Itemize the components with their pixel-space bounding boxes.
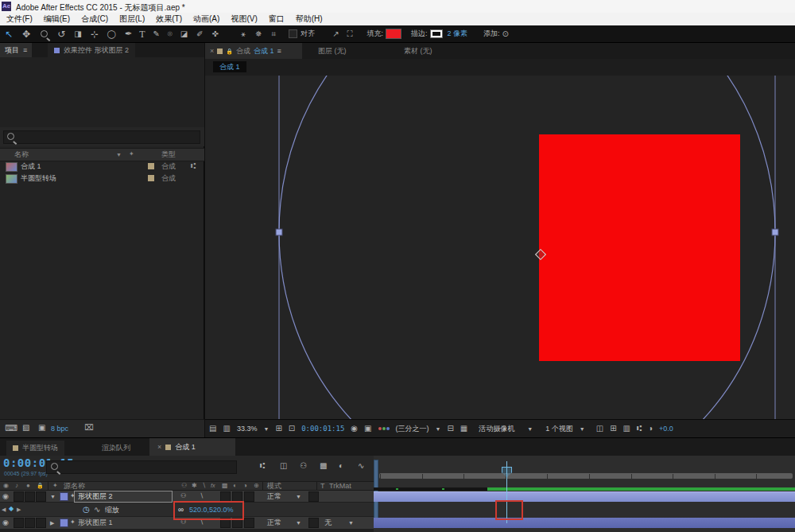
- exposure-value[interactable]: +0.0: [659, 425, 673, 433]
- joint-tool-c-icon[interactable]: ⌗: [271, 30, 276, 38]
- breadcrumb[interactable]: 合成 1: [213, 61, 246, 72]
- tab-footage[interactable]: 素材 (无): [404, 48, 432, 55]
- zoom-dropdown-icon[interactable]: ▼: [263, 426, 269, 432]
- t-header[interactable]: T: [320, 483, 325, 490]
- col-name-header[interactable]: 名称: [14, 151, 29, 158]
- new-folder-icon[interactable]: ▧: [22, 424, 29, 432]
- safe-margins-icon[interactable]: ⊞: [275, 425, 281, 433]
- audio-toggle[interactable]: [14, 491, 24, 502]
- expand-arrow[interactable]: ▼: [50, 494, 56, 499]
- resolution-dropdown-icon[interactable]: ▼: [436, 426, 441, 432]
- menu-file[interactable]: 文件(F): [6, 14, 33, 25]
- project-item-name[interactable]: 合成 1: [21, 163, 41, 170]
- pixel-aspect-icon[interactable]: ⊞: [610, 425, 616, 433]
- fill-swatch[interactable]: [386, 29, 401, 39]
- expand-arrow[interactable]: ▶: [50, 520, 54, 526]
- roto-brush-tool-icon[interactable]: ✐: [196, 30, 203, 38]
- menu-animation[interactable]: 动画(A): [193, 14, 219, 25]
- exposure-reset-icon[interactable]: ◑: [648, 425, 653, 433]
- camera-dropdown-icon[interactable]: ▼: [527, 426, 533, 432]
- stopwatch-icon[interactable]: ◷: [83, 506, 90, 514]
- trkmat-header[interactable]: TrkMat: [329, 483, 351, 490]
- col-type-header[interactable]: 类型: [161, 151, 176, 158]
- layer-color-chip[interactable]: [60, 518, 68, 527]
- hide-shy-icon[interactable]: ⚇: [300, 462, 307, 470]
- tag-column-icon[interactable]: ✦: [129, 151, 134, 157]
- share-view-icon[interactable]: ◫: [596, 425, 603, 433]
- rotation-tool-icon[interactable]: ↺: [57, 29, 65, 39]
- clone-stamp-tool-icon[interactable]: ⌾: [168, 30, 173, 38]
- trkmat-box[interactable]: [308, 491, 319, 502]
- trkmat-dropdown-icon[interactable]: ▼: [348, 520, 354, 526]
- stroke-width-value[interactable]: 2 像素: [448, 30, 468, 37]
- tab-render-queue[interactable]: 渲染队列: [97, 441, 135, 456]
- menu-effect[interactable]: 效果(T): [156, 14, 182, 25]
- mode-dropdown-icon[interactable]: ▼: [296, 520, 301, 526]
- project-search-input[interactable]: [3, 130, 200, 144]
- switch-box[interactable]: [244, 518, 254, 528]
- layer-bar-shape2[interactable]: [374, 491, 795, 502]
- main-display-icon[interactable]: ▥: [223, 425, 230, 433]
- prev-keyframe-button[interactable]: ◀: [2, 507, 6, 512]
- snapshot-icon[interactable]: ◉: [351, 425, 358, 433]
- menu-window[interactable]: 窗口: [269, 14, 285, 25]
- region-icon[interactable]: ⊟: [447, 425, 453, 433]
- project-item-label-chip[interactable]: [148, 163, 154, 169]
- stroke-label[interactable]: 描边:: [411, 30, 428, 37]
- add-target-icon[interactable]: ⊙: [502, 30, 509, 38]
- mode-dropdown-icon[interactable]: ▼: [296, 494, 301, 499]
- view-count-value[interactable]: 1 个视图: [545, 425, 573, 433]
- quality-toggle[interactable]: ∖: [200, 519, 204, 526]
- solo-toggle[interactable]: [25, 518, 35, 528]
- ruler-ticks[interactable]: [380, 474, 793, 479]
- trkmat-box[interactable]: [308, 518, 319, 528]
- next-keyframe-button[interactable]: ▶: [17, 507, 21, 512]
- menu-view[interactable]: 视图(V): [231, 14, 257, 25]
- blend-mode-select[interactable]: 正常: [267, 519, 281, 526]
- align-checkbox[interactable]: [289, 29, 297, 38]
- motion-blur-master-icon[interactable]: ◐: [339, 462, 343, 470]
- viewer-canvas[interactable]: [205, 76, 795, 419]
- bpc-button[interactable]: 8 bpc: [51, 425, 68, 433]
- fast-preview-icon[interactable]: ▥: [623, 425, 630, 433]
- switch-box[interactable]: [244, 491, 254, 502]
- tab-effect-controls[interactable]: 效果控件 形状图层 2: [48, 43, 135, 57]
- project-item-name[interactable]: 半圆型转场: [21, 175, 56, 182]
- lock-toggle[interactable]: [36, 491, 46, 502]
- project-item-label-chip[interactable]: [148, 175, 154, 181]
- new-comp-icon[interactable]: ▣: [38, 424, 45, 432]
- selection-tool-icon[interactable]: ↖: [5, 29, 13, 39]
- pen-tool-icon[interactable]: ✒: [125, 29, 132, 38]
- flowchart-icon[interactable]: ⑆: [191, 162, 196, 170]
- project-row-comp1[interactable]: 合成 1 合成 ⑆: [0, 161, 204, 173]
- menu-help[interactable]: 帮助(H): [296, 14, 323, 25]
- views-dropdown-icon[interactable]: ▼: [580, 426, 585, 432]
- lock-icon[interactable]: 🔒: [226, 49, 233, 54]
- mini-flowchart-icon[interactable]: ⑆: [260, 462, 265, 470]
- timeline-button-icon[interactable]: ⑆: [637, 425, 642, 433]
- menu-edit[interactable]: 编辑(E): [44, 14, 70, 25]
- timeline-search-input[interactable]: [46, 460, 237, 474]
- layer-color-chip[interactable]: [60, 492, 68, 501]
- viewer-timecode[interactable]: 0:00:01:15: [301, 425, 344, 433]
- shy-toggle[interactable]: ⚇: [180, 493, 186, 499]
- tab-project[interactable]: 项目 ≡: [0, 43, 32, 57]
- show-snapshot-icon[interactable]: ▣: [364, 425, 371, 433]
- tab-layer[interactable]: 图层 (无): [318, 48, 347, 55]
- sort-arrow-icon[interactable]: ▼: [116, 152, 122, 157]
- layer-name[interactable]: 形状图层 2: [78, 493, 113, 500]
- audio-toggle[interactable]: [14, 518, 24, 528]
- trkmat-select[interactable]: 无: [324, 519, 332, 526]
- close-icon[interactable]: ×: [157, 444, 161, 451]
- type-tool-icon[interactable]: T: [139, 29, 145, 39]
- pan-behind-tool-icon[interactable]: ⊹: [91, 29, 99, 39]
- menu-composition[interactable]: 合成(C): [81, 14, 108, 25]
- close-icon[interactable]: ×: [210, 48, 214, 55]
- graph-editor-icon[interactable]: ∿: [358, 462, 364, 470]
- draft3d-icon[interactable]: ◫: [280, 462, 287, 470]
- blend-mode-select[interactable]: 正常: [267, 493, 281, 500]
- property-name[interactable]: 缩放: [105, 507, 119, 514]
- mode-header[interactable]: 模式: [267, 483, 281, 490]
- zoom-level-value[interactable]: 33.3%: [237, 425, 258, 433]
- source-name-header[interactable]: 源名称: [64, 483, 85, 490]
